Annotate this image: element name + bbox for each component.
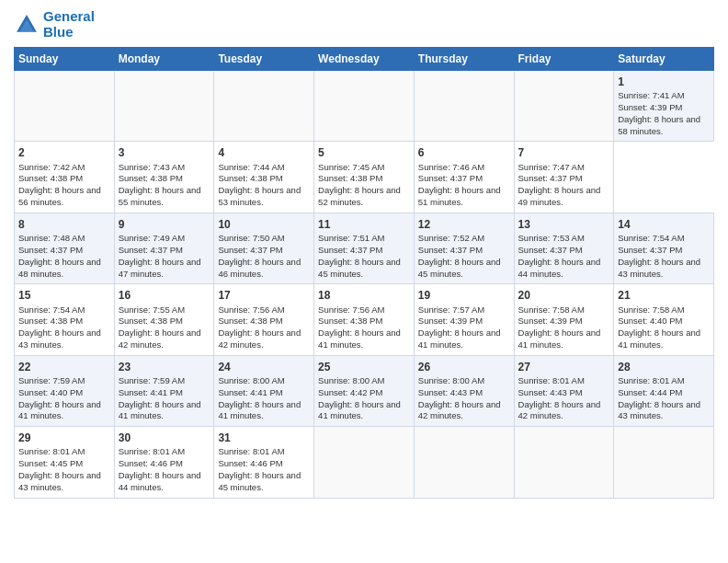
sunrise: Sunrise: 7:45 AM: [318, 162, 384, 172]
day-number: 13: [518, 217, 610, 232]
daylight: Daylight: 8 hours and 41 minutes.: [18, 399, 101, 421]
sunset: Sunset: 4:38 PM: [18, 316, 83, 326]
day-number: 3: [119, 145, 210, 160]
sunrise: Sunrise: 7:46 AM: [418, 162, 484, 172]
calendar-cell: [514, 71, 614, 142]
daylight: Daylight: 8 hours and 47 minutes.: [119, 257, 201, 279]
sunset: Sunset: 4:39 PM: [518, 316, 583, 326]
daylight: Daylight: 8 hours and 51 minutes.: [418, 185, 501, 207]
calendar-cell: [15, 71, 115, 142]
calendar-cell: 25Sunrise: 8:00 AMSunset: 4:42 PMDayligh…: [314, 355, 415, 426]
sunrise: Sunrise: 8:00 AM: [318, 375, 384, 385]
calendar-cell: [514, 427, 614, 498]
daylight: Daylight: 8 hours and 44 minutes.: [518, 257, 601, 279]
sunrise: Sunrise: 7:59 AM: [119, 375, 185, 385]
day-number: 8: [18, 217, 110, 232]
sunset: Sunset: 4:40 PM: [618, 316, 682, 326]
day-number: 29: [18, 431, 110, 445]
sunset: Sunset: 4:41 PM: [119, 387, 183, 397]
daylight: Daylight: 8 hours and 41 minutes.: [318, 327, 401, 350]
day-number: 16: [119, 288, 210, 303]
calendar-cell: 17Sunrise: 7:56 AMSunset: 4:38 PMDayligh…: [214, 284, 314, 355]
logo: General Blue: [14, 9, 95, 40]
daylight: Daylight: 8 hours and 42 minutes.: [119, 327, 201, 350]
day-number: 5: [318, 145, 410, 160]
sunrise: Sunrise: 7:58 AM: [518, 304, 585, 315]
calendar-cell: [314, 71, 415, 142]
sunrise: Sunrise: 7:51 AM: [318, 233, 384, 243]
calendar-cell: 26Sunrise: 8:00 AMSunset: 4:43 PMDayligh…: [414, 355, 514, 426]
calendar-cell: 1Sunrise: 7:41 AMSunset: 4:39 PMDaylight…: [614, 71, 714, 142]
sunset: Sunset: 4:38 PM: [218, 316, 282, 326]
sunrise: Sunrise: 8:00 AM: [218, 375, 284, 385]
daylight: Daylight: 8 hours and 45 minutes.: [318, 257, 401, 279]
calendar-cell: 31Sunrise: 8:01 AMSunset: 4:46 PMDayligh…: [214, 427, 314, 498]
sunset: Sunset: 4:37 PM: [418, 173, 483, 183]
calendar-cell: 29Sunrise: 8:01 AMSunset: 4:45 PMDayligh…: [15, 427, 115, 498]
sunset: Sunset: 4:39 PM: [418, 316, 483, 326]
day-number: 12: [418, 217, 510, 232]
sunrise: Sunrise: 8:01 AM: [119, 446, 185, 456]
day-number: 31: [218, 431, 310, 445]
daylight: Daylight: 8 hours and 43 minutes.: [618, 257, 700, 279]
day-number: 14: [618, 217, 710, 232]
sunset: Sunset: 4:43 PM: [518, 387, 583, 397]
sunrise: Sunrise: 7:44 AM: [218, 162, 284, 172]
daylight: Daylight: 8 hours and 56 minutes.: [18, 185, 101, 207]
calendar-cell: 24Sunrise: 8:00 AMSunset: 4:41 PMDayligh…: [214, 355, 314, 426]
day-number: 26: [418, 360, 510, 374]
sunset: Sunset: 4:38 PM: [318, 173, 382, 183]
sunrise: Sunrise: 7:41 AM: [618, 90, 684, 100]
sunset: Sunset: 4:37 PM: [119, 245, 183, 255]
sunrise: Sunrise: 7:42 AM: [18, 162, 85, 172]
calendar-cell: 6Sunrise: 7:46 AMSunset: 4:37 PMDaylight…: [414, 142, 514, 213]
sunrise: Sunrise: 7:47 AM: [518, 162, 585, 172]
header-day-saturday: Saturday: [614, 48, 714, 71]
day-number: 6: [418, 145, 510, 160]
calendar-cell: 28Sunrise: 8:01 AMSunset: 4:44 PMDayligh…: [614, 355, 714, 426]
sunrise: Sunrise: 7:50 AM: [218, 233, 284, 243]
sunset: Sunset: 4:44 PM: [618, 387, 682, 397]
sunset: Sunset: 4:37 PM: [518, 245, 583, 255]
day-number: 18: [318, 288, 410, 303]
calendar-week-1: 2Sunrise: 7:42 AMSunset: 4:38 PMDaylight…: [15, 142, 714, 213]
calendar-cell: 19Sunrise: 7:57 AMSunset: 4:39 PMDayligh…: [414, 284, 514, 355]
daylight: Daylight: 8 hours and 44 minutes.: [119, 470, 201, 492]
calendar-cell: [214, 71, 314, 142]
calendar-week-5: 29Sunrise: 8:01 AMSunset: 4:45 PMDayligh…: [15, 427, 714, 498]
day-number: 10: [218, 217, 310, 232]
header: General Blue: [14, 9, 714, 40]
sunset: Sunset: 4:39 PM: [618, 102, 682, 112]
sunrise: Sunrise: 7:53 AM: [518, 233, 585, 243]
sunrise: Sunrise: 7:43 AM: [119, 162, 185, 172]
day-number: 11: [318, 217, 410, 232]
day-number: 4: [218, 145, 310, 160]
daylight: Daylight: 8 hours and 41 minutes.: [119, 399, 201, 421]
sunset: Sunset: 4:42 PM: [318, 387, 382, 397]
day-number: 21: [618, 288, 710, 303]
calendar-table: SundayMondayTuesdayWednesdayThursdayFrid…: [14, 47, 714, 499]
sunset: Sunset: 4:43 PM: [418, 387, 483, 397]
sunset: Sunset: 4:41 PM: [218, 387, 282, 397]
header-day-thursday: Thursday: [414, 48, 514, 71]
sunset: Sunset: 4:37 PM: [318, 245, 382, 255]
header-day-tuesday: Tuesday: [214, 48, 314, 71]
sunset: Sunset: 4:38 PM: [119, 316, 183, 326]
sunset: Sunset: 4:37 PM: [618, 245, 682, 255]
sunset: Sunset: 4:46 PM: [119, 458, 183, 468]
daylight: Daylight: 8 hours and 42 minutes.: [518, 399, 601, 421]
day-number: 2: [18, 145, 110, 160]
calendar-cell: 30Sunrise: 8:01 AMSunset: 4:46 PMDayligh…: [114, 427, 214, 498]
daylight: Daylight: 8 hours and 41 minutes.: [218, 399, 301, 421]
calendar-cell: 20Sunrise: 7:58 AMSunset: 4:39 PMDayligh…: [514, 284, 614, 355]
day-number: 7: [518, 145, 610, 160]
daylight: Daylight: 8 hours and 49 minutes.: [518, 185, 601, 207]
day-number: 17: [218, 288, 310, 303]
sunrise: Sunrise: 7:54 AM: [18, 304, 85, 315]
calendar-cell: 23Sunrise: 7:59 AMSunset: 4:41 PMDayligh…: [114, 355, 214, 426]
header-day-friday: Friday: [514, 48, 614, 71]
sunset: Sunset: 4:37 PM: [418, 245, 483, 255]
sunset: Sunset: 4:38 PM: [119, 173, 183, 183]
sunset: Sunset: 4:37 PM: [218, 245, 282, 255]
daylight: Daylight: 8 hours and 45 minutes.: [418, 257, 501, 279]
